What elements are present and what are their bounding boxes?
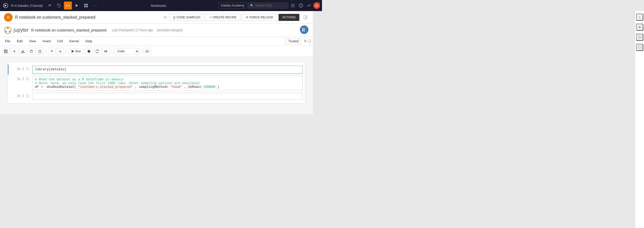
create-recipe-button[interactable]: + CREATE RECIPE	[206, 14, 240, 21]
svg-rect-40	[146, 50, 149, 52]
settings-icon[interactable]: ⚙	[164, 15, 167, 19]
notification-dot	[318, 2, 320, 4]
svg-marker-38	[105, 50, 106, 53]
avatar[interactable]: U	[313, 2, 320, 9]
jupyter-logo: jupyter	[4, 26, 29, 34]
svg-rect-4	[84, 6, 86, 7]
paste-btn[interactable]	[36, 48, 44, 55]
cell-1[interactable]: In [ ]: library(dataiku)	[8, 65, 305, 75]
move-down-btn[interactable]	[57, 48, 64, 55]
notebook-wrapper: R R notebook on customers_stacked_prepar…	[0, 11, 313, 114]
nav-more-btn[interactable]: ···	[91, 2, 99, 10]
project-title: R in Dataiku (Tutorial)	[11, 4, 43, 8]
menu-view[interactable]: View	[26, 38, 39, 45]
menu-edit[interactable]: Edit	[14, 38, 25, 45]
jupyter-notebook-title: R notebook on customers_stacked_prepared	[31, 28, 106, 32]
svg-text:R: R	[302, 27, 305, 32]
svg-rect-27	[5, 50, 6, 51]
menu-bar: File Edit View Insert Cell Kernel Help T…	[0, 37, 313, 46]
trend-icon[interactable]	[305, 2, 312, 9]
cell-type-select[interactable]: Code	[114, 48, 139, 55]
nav-center-label: Notebooks	[151, 4, 166, 8]
menu-help[interactable]: Help	[82, 38, 95, 45]
separator4	[141, 49, 142, 54]
separator2	[66, 49, 66, 54]
search-input[interactable]	[248, 3, 288, 9]
stop-btn[interactable]	[85, 48, 93, 55]
nav-code-btn[interactable]	[64, 2, 72, 10]
keyboard-shortcuts-btn[interactable]	[144, 48, 151, 55]
svg-rect-17	[304, 16, 307, 19]
save-btn[interactable]	[2, 48, 10, 55]
main-container: R R notebook on customers_stacked_prepar…	[0, 11, 322, 114]
r-language-logo: R	[299, 25, 309, 34]
notebook-icon: R	[4, 13, 13, 22]
checkpoint-text: Last Checkpoint: 17 hours ago	[112, 28, 153, 32]
apps-icon[interactable]	[289, 2, 296, 9]
code-library: library(dataiku)	[35, 67, 66, 71]
svg-point-30	[21, 52, 22, 53]
svg-rect-5	[86, 6, 88, 7]
code-samples-button[interactable]: {} CODE SAMPLES	[169, 14, 204, 21]
code-line-1: # Read the dataset as a R dataframe in m…	[35, 78, 300, 81]
svg-marker-1	[76, 4, 78, 7]
header-actions: {} CODE SAMPLES + CREATE RECIPE ↺ FORCE …	[169, 14, 299, 21]
svg-point-7	[293, 4, 293, 5]
separator1	[46, 49, 46, 54]
notebook-content: In [ ]: library(dataiku) In [ ]: # Read …	[0, 57, 313, 114]
cell-2[interactable]: In [ ]: # Read the dataset as a R datafr…	[8, 75, 305, 92]
plus-icon: +	[209, 16, 211, 19]
add-cell-btn[interactable]	[11, 48, 18, 55]
nav-reload-btn[interactable]	[55, 2, 63, 10]
cell-1-content[interactable]: library(dataiku)	[32, 66, 303, 74]
cell-3[interactable]: In [ ]:	[8, 92, 305, 101]
menu-insert[interactable]: Insert	[39, 38, 54, 45]
help-icon[interactable]: ?	[297, 2, 304, 9]
academy-button[interactable]: Dataiku Academy	[218, 3, 247, 9]
cell-2-content[interactable]: # Read the dataset as a R dataframe in m…	[32, 76, 303, 91]
top-navigation: R in Dataiku (Tutorial) ··· Notebooks Da…	[0, 0, 322, 11]
cut-btn[interactable]	[19, 48, 27, 55]
sidebar-toggle-btn[interactable]	[302, 14, 309, 21]
fast-forward-btn[interactable]	[102, 48, 110, 55]
content-area: R R notebook on customers_stacked_prepar…	[0, 11, 322, 114]
dataiku-logo	[2, 2, 9, 9]
svg-point-31	[23, 52, 24, 53]
svg-point-22	[5, 31, 7, 32]
trusted-badge: Trusted	[286, 39, 301, 44]
svg-rect-32	[30, 50, 32, 52]
svg-marker-36	[72, 50, 74, 53]
nav-grid-btn[interactable]	[82, 2, 90, 10]
menu-file[interactable]: File	[2, 38, 13, 45]
menu-cell[interactable]: Cell	[54, 38, 66, 45]
curly-braces-icon: {}	[173, 16, 175, 19]
force-reload-button[interactable]: ↺ FORCE RELOAD	[242, 14, 277, 21]
restart-btn[interactable]	[94, 48, 101, 55]
svg-point-13	[293, 7, 293, 7]
code-line-3: df <- dkuReadDataset( "customers_stacked…	[35, 85, 300, 89]
cell-1-prompt: In [ ]:	[10, 66, 32, 71]
run-btn[interactable]: Run	[68, 48, 84, 54]
svg-point-8	[294, 4, 295, 5]
r-logo-area: R	[299, 25, 309, 35]
svg-rect-26	[5, 52, 7, 53]
svg-rect-3	[86, 4, 88, 5]
cell-2-prompt: In [ ]:	[10, 76, 32, 81]
svg-rect-37	[88, 50, 90, 53]
jupyter-title-bar: jupyter R notebook on customers_stacked_…	[0, 24, 313, 37]
move-up-btn[interactable]	[48, 48, 56, 55]
actions-button[interactable]: ACTIONS	[279, 14, 299, 21]
secondary-header: R R notebook on customers_stacked_prepar…	[0, 11, 313, 24]
svg-point-21	[9, 31, 10, 32]
menu-kernel[interactable]: Kernel	[66, 38, 82, 45]
jupyter-logo-svg	[4, 26, 12, 34]
copy-btn[interactable]	[28, 48, 35, 55]
search-wrapper: 🔍	[248, 3, 288, 9]
cell-3-content[interactable]	[32, 93, 303, 100]
svg-point-10	[293, 5, 293, 6]
svg-marker-39	[106, 50, 107, 53]
notebook-cells: In [ ]: library(dataiku) In [ ]: # Read …	[8, 62, 305, 103]
nav-share-btn[interactable]	[46, 2, 54, 10]
svg-point-20	[7, 27, 9, 29]
nav-run-btn[interactable]	[73, 2, 81, 10]
